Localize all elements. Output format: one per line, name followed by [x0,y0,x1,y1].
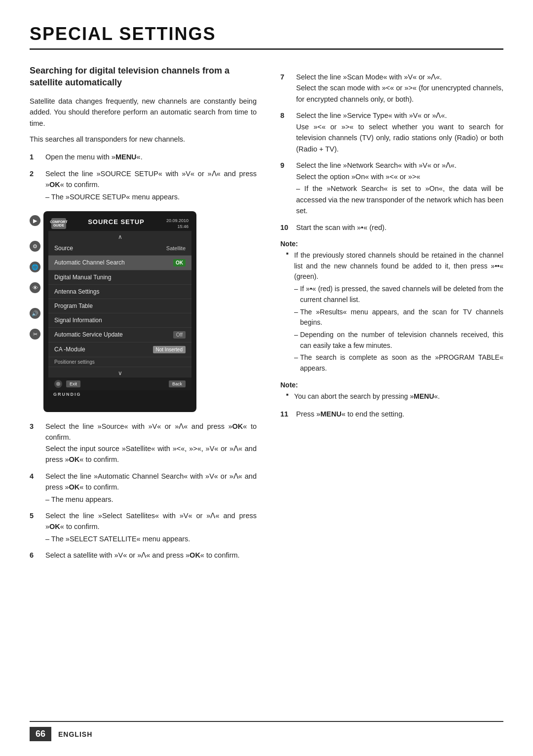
section-heading: Searching for digital television channel… [30,65,257,89]
step-11-num: 11 [280,409,291,419]
not-inserted-badge: Not Inserted [153,346,186,353]
note-list-2: You can abort the search by pressing »ME… [280,391,503,402]
right-column: 7 Select the line »Scan Mode« with »V« o… [280,65,503,567]
tv-row-manual-tuning: Digital Manual Tuning [48,270,191,285]
page-number: 66 [30,727,51,741]
note-item-1: If the previously stored channels should… [286,250,503,374]
tv-row-antenna: Antenna Settings [48,285,191,299]
step-2: 2 Select the line »SOURCE SETUP« with »V… [30,168,257,202]
tv-logo-text: COMFORTGUIDE [50,220,67,227]
tv-screen-outer: COMFORTGUIDE SOURCE SETUP 20.09.2010 15:… [43,211,196,412]
note-list-1: If the previously stored channels should… [280,250,503,374]
step-9-sub: – If the »Network Search« is set to »On«… [296,183,503,216]
step-8-num: 8 [280,110,291,154]
step-7: 7 Select the line »Scan Mode« with »V« o… [280,72,503,105]
step-9: 9 Select the line »Network Search« with … [280,160,503,216]
step-1-num: 1 [30,151,40,162]
note-box-2: Note: You can abort the search by pressi… [280,381,503,402]
step-3: 3 Select the line »Source« with »V« or »… [30,421,257,465]
left-steps: 1 Open the menu with »MENU«. 2 Select th… [30,151,257,202]
tv-row-program: Program Table [48,299,191,313]
footer-language: English [58,730,92,738]
note-label-2: Note: [280,381,503,389]
ok-badge: OK [173,259,186,266]
step-3-num: 3 [30,421,40,465]
left-steps-continued: 3 Select the line »Source« with »V« or »… [30,421,257,561]
tv-row-auto-search: Automatic Channel Search OK [48,256,191,270]
note-sub-4: The search is complete as soon as the »P… [294,352,503,374]
step-2-num: 2 [30,168,40,202]
tv-brand: GRUNDIG [48,390,191,398]
tv-icon-6: ✂ [30,329,40,340]
step-11-list: 11 Press »MENU« to end the setting. [280,409,503,419]
tv-icon-2: ⚙ [30,241,40,252]
tv-bottom-bar: Exit Back [48,378,191,390]
tv-scroll-up: ∧ [48,231,191,241]
off-badge: Off [173,331,186,339]
page: SPECIAL SETTINGS Searching for digital t… [0,0,533,756]
step-2-sub: – The »SOURCE SETUP« menu appears. [45,191,257,202]
step-4-num: 4 [30,471,40,505]
intro-text-2: This searches all transponders for new c… [30,134,257,145]
step-6: 6 Select a satellite with »V« or »Ʌ« and… [30,550,257,561]
step-8: 8 Select the line »Service Type« with »V… [280,110,503,154]
step-10-num: 10 [280,222,291,233]
tv-datetime: 20.09.2010 15:46 [166,218,189,229]
tv-mockup: ▶ ⚙ 🌐 👁 🔊 ✂ COMFORTGUIDE [30,211,257,412]
tv-side-icons: ▶ ⚙ 🌐 👁 🔊 ✂ [30,215,40,340]
step-1: 1 Open the menu with »MENU«. [30,151,257,162]
tv-logo: COMFORTGUIDE [51,218,66,229]
note-sub-1: If »•« (red) is pressed, the saved chann… [294,284,503,305]
svg-point-0 [56,382,60,386]
tv-top-bar: COMFORTGUIDE SOURCE SETUP 20.09.2010 15:… [48,216,191,230]
exit-button: Exit [66,380,80,387]
tv-menu: Source Satellite Automatic Channel Searc… [48,241,191,367]
tv-icon-5: 🔊 [30,308,40,319]
step-10: 10 Start the scan with »•« (red). [280,222,503,233]
page-footer: 66 English [30,721,503,741]
step-11: 11 Press »MENU« to end the setting. [280,409,503,419]
page-title: SPECIAL SETTINGS [30,24,503,50]
left-column: Searching for digital television channel… [30,65,257,567]
step-5-num: 5 [30,510,40,544]
tv-icon-1: ▶ [30,215,40,226]
tv-icon-3: 🌐 [30,262,40,272]
tv-menu-title: SOURCE SETUP [66,218,166,226]
step-6-num: 6 [30,550,40,561]
tv-row-positioner: Positioner settings [48,357,191,367]
tv-row-source: Source Satellite [48,241,191,256]
tv-icon-4: 👁 [30,282,40,293]
note-label-1: Note: [280,240,503,248]
step-7-num: 7 [280,72,291,105]
step-4-sub: – The menu appears. [45,494,257,505]
tv-row-signal: Signal Information [48,313,191,328]
note-sub-3: Depending on the number of television ch… [294,330,503,351]
right-steps: 7 Select the line »Scan Mode« with »V« o… [280,72,503,233]
step-5: 5 Select the line »Select Satellites« wi… [30,510,257,544]
note-item-2: You can abort the search by pressing »ME… [286,391,503,402]
intro-text-1: Satellite data changes frequently, new c… [30,96,257,129]
tv-row-service-update: Automatic Service Update Off [48,328,191,342]
step-9-num: 9 [280,160,291,216]
tv-row-ca-module: CA -Module Not Inserted [48,342,191,357]
back-button: Back [169,380,186,387]
tv-scroll-down: ∨ [48,367,191,378]
note-sub-2: The »Results« menu appears, and the scan… [294,307,503,328]
step-4: 4 Select the line »Automatic Channel Sea… [30,471,257,505]
step-5-sub: – The »SELECT SATELLITE« menu appears. [45,533,257,544]
note-box-1: Note: If the previously stored channels … [280,240,503,374]
